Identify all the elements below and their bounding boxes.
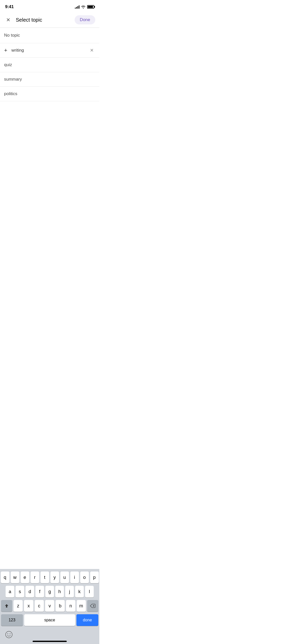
writing-topic-left: + writing [4,47,24,54]
wifi-icon [81,5,86,9]
header: ✕ Select topic Done [0,12,99,28]
no-topic-label: No topic [4,33,20,38]
remove-icon: ✕ [90,48,94,53]
politics-topic-label: politics [4,91,17,96]
status-time: 9:41 [5,4,14,9]
page-title: Select topic [16,17,42,23]
summary-topic-label: summary [4,77,22,82]
no-topic-item[interactable]: No topic [0,28,99,43]
status-icons [75,5,94,9]
quiz-topic-item[interactable]: quiz [0,58,99,72]
remove-writing-button[interactable]: ✕ [88,47,95,54]
signal-bars-icon [75,5,79,9]
quiz-topic-label: quiz [4,62,12,67]
battery-icon [87,5,94,9]
header-left: ✕ Select topic [4,16,42,24]
close-icon: ✕ [6,17,10,22]
writing-topic-item[interactable]: + writing ✕ [0,43,99,58]
topic-list: No topic + writing ✕ quiz summary politi… [0,28,99,101]
writing-topic-name: writing [11,48,24,53]
summary-topic-item[interactable]: summary [0,72,99,87]
close-button[interactable]: ✕ [4,16,12,24]
politics-topic-item[interactable]: politics [0,87,99,101]
done-button[interactable]: Done [75,15,95,24]
add-topic-icon: + [4,47,7,54]
status-bar: 9:41 [0,0,99,12]
